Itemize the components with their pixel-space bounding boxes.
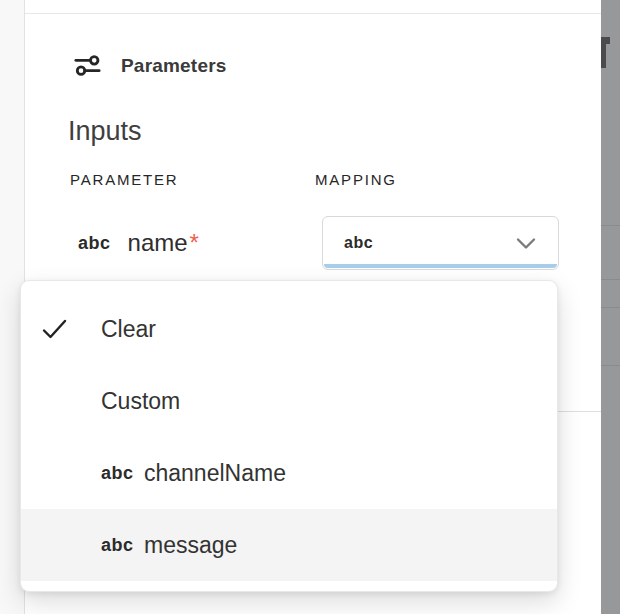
panel-title: Parameters	[121, 55, 227, 77]
text-type-icon: abc	[78, 233, 111, 254]
background-table-line	[601, 307, 620, 308]
parameter-name-label: name	[128, 229, 188, 257]
parameter-row: abc name *	[78, 216, 199, 270]
chevron-down-icon	[515, 236, 537, 251]
mapping-dropdown-menu: Clear Custom abc channelName abc message	[20, 280, 558, 592]
dropdown-item-custom[interactable]: Custom	[21, 365, 557, 437]
column-header-mapping: MAPPING	[315, 171, 397, 188]
text-type-icon: abc	[101, 535, 144, 556]
parameters-section-header: Parameters	[71, 50, 227, 81]
dropdown-item-label: Custom	[101, 388, 180, 415]
dropdown-item-message[interactable]: abc message	[21, 509, 557, 581]
dropdown-item-label: channelName	[144, 460, 286, 487]
panel-top-divider	[25, 13, 601, 14]
dropdown-item-clear[interactable]: Clear	[21, 293, 557, 365]
background-table-line	[601, 365, 620, 366]
selected-value-type-icon: abc	[344, 234, 373, 252]
background-table-line	[601, 225, 620, 226]
mapping-select[interactable]: abc	[322, 216, 559, 270]
dropdown-item-label: message	[144, 532, 237, 559]
background-table-line	[601, 279, 620, 280]
text-type-icon: abc	[101, 463, 144, 484]
dropdown-item-label: Clear	[101, 316, 156, 343]
check-icon	[41, 318, 101, 340]
inputs-heading: Inputs	[68, 116, 142, 147]
required-asterisk: *	[190, 229, 199, 257]
background-element	[606, 37, 610, 44]
dropdown-item-channelname[interactable]: abc channelName	[21, 437, 557, 509]
sliders-icon	[71, 50, 104, 81]
column-header-parameter: PARAMETER	[70, 171, 178, 188]
screen: Parameters Inputs PARAMETER MAPPING abc …	[0, 0, 620, 614]
dimmed-background	[601, 0, 620, 614]
